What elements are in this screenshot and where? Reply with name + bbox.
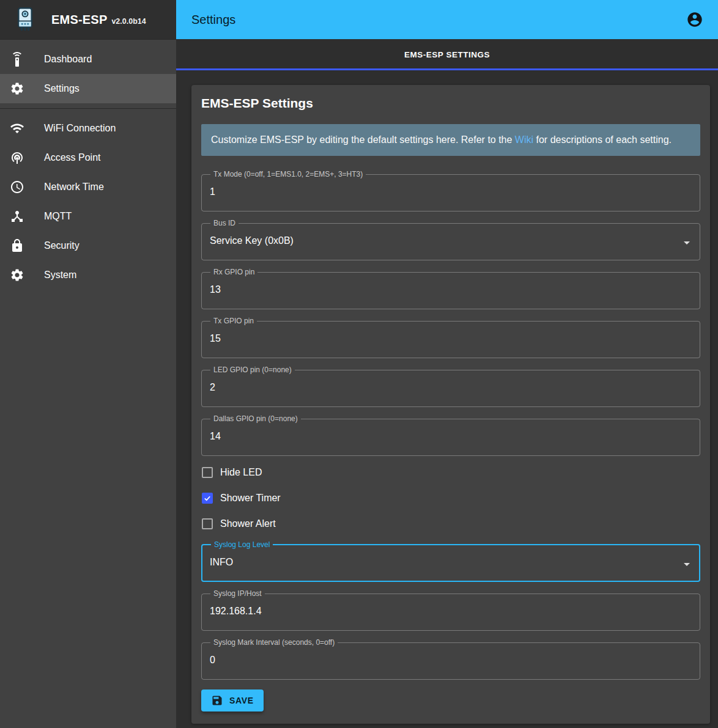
page-title: Settings (191, 13, 235, 27)
checkbox-group: Hide LED Shower Timer Shower Alert (201, 460, 700, 537)
tab-label: EMS-ESP SETTINGS (404, 50, 490, 59)
page-body: EMS-ESP Settings Customize EMS-ESP by ed… (176, 70, 718, 728)
chevron-down-icon[interactable] (679, 235, 694, 250)
wifi-icon (10, 121, 24, 136)
tab-indicator (176, 68, 718, 70)
tx-mode-input[interactable]: 1 (210, 186, 679, 197)
field-syslog-ip: Syslog IP/Host 192.168.1.4 (201, 595, 700, 631)
field-label: Rx GPIO pin (213, 268, 254, 276)
sidebar-header: EMS-ESP v2.0.0b14 (0, 0, 176, 39)
sidebar-item-mqtt[interactable]: MQTT (0, 202, 176, 231)
field-syslog-log-level: Syslog Log Level INFO (201, 546, 700, 582)
settings-remote-icon (10, 52, 24, 67)
field-tx-gpio: Tx GPIO pin 15 (201, 322, 700, 358)
led-gpio-input[interactable]: 2 (210, 382, 679, 393)
checkbox-checked-icon[interactable] (202, 493, 213, 504)
device-hub-icon (10, 209, 24, 224)
banner-text: for descriptions of each setting. (533, 134, 672, 145)
checkbox-unchecked-icon[interactable] (202, 467, 213, 478)
checkbox-label: Shower Timer (220, 493, 281, 504)
field-label: Syslog Mark Interval (seconds, 0=off) (213, 638, 335, 647)
sidebar-item-network-time[interactable]: Network Time (0, 172, 176, 202)
info-banner: Customize EMS-ESP by editing the default… (201, 124, 700, 156)
field-label: Syslog Log Level (214, 540, 270, 549)
sidebar-item-system[interactable]: System (0, 260, 176, 290)
field-led-gpio: LED GPIO pin (0=none) 2 (201, 371, 700, 407)
shower-alert-checkbox-row[interactable]: Shower Alert (201, 511, 700, 537)
lock-icon (10, 238, 24, 253)
sidebar-item-label: Network Time (44, 182, 104, 193)
account-circle-icon (686, 11, 703, 28)
sidebar-nav-main: Dashboard Settings (0, 40, 176, 108)
appbar: Settings (176, 0, 718, 39)
gear-icon (10, 268, 24, 282)
shower-timer-checkbox-row[interactable]: Shower Timer (201, 485, 700, 511)
brand: EMS-ESP v2.0.0b14 (51, 13, 146, 27)
field-dallas-gpio: Dallas GPIO pin (0=none) 14 (201, 420, 700, 456)
gear-icon (10, 81, 24, 96)
sidebar-item-settings[interactable]: Settings (0, 74, 176, 103)
field-tx-mode: Tx Mode (0=off, 1=EMS1.0, 2=EMS+, 3=HT3)… (201, 175, 700, 211)
sidebar-item-label: Dashboard (44, 54, 92, 65)
field-label: LED GPIO pin (0=none) (213, 366, 292, 374)
chevron-down-icon[interactable] (679, 557, 694, 572)
sidebar-item-label: Security (44, 240, 80, 251)
field-label: Syslog IP/Host (213, 589, 262, 598)
field-label: Dallas GPIO pin (0=none) (213, 414, 298, 423)
checkbox-unchecked-icon[interactable] (202, 518, 213, 529)
field-rx-gpio: Rx GPIO pin 13 (201, 273, 700, 309)
tabbar: EMS-ESP SETTINGS (176, 39, 718, 70)
field-label: Tx GPIO pin (213, 317, 254, 325)
settings-card: EMS-ESP Settings Customize EMS-ESP by ed… (191, 85, 710, 724)
syslog-ip-input[interactable]: 192.168.1.4 (210, 606, 679, 617)
save-button[interactable]: SAVE (201, 689, 264, 711)
sidebar-item-label: System (44, 270, 76, 281)
syslog-log-level-select[interactable]: INFO (210, 557, 679, 568)
main-content: Settings EMS-ESP SETTINGS EMS-ESP Settin… (176, 0, 718, 728)
field-bus-id: Bus ID Service Key (0x0B) (201, 224, 700, 260)
tx-gpio-input[interactable]: 15 (210, 333, 679, 344)
tab-ems-esp-settings[interactable]: EMS-ESP SETTINGS (176, 40, 718, 70)
save-button-label: SAVE (229, 696, 254, 705)
wiki-link[interactable]: Wiki (515, 134, 533, 145)
boiler-logo-icon (13, 7, 37, 32)
field-label: Tx Mode (0=off, 1=EMS1.0, 2=EMS+, 3=HT3) (213, 170, 363, 178)
rx-gpio-input[interactable]: 13 (210, 284, 679, 295)
field-syslog-mark-interval: Syslog Mark Interval (seconds, 0=off) 0 (201, 644, 700, 680)
wifi-tethering-icon (10, 150, 24, 165)
sidebar-item-label: WiFi Connection (44, 123, 116, 134)
sidebar-item-security[interactable]: Security (0, 231, 176, 260)
app-root: EMS-ESP v2.0.0b14 Dashboard (0, 0, 718, 728)
app-name: EMS-ESP (51, 13, 107, 27)
sidebar-item-wifi-connection[interactable]: WiFi Connection (0, 114, 176, 143)
card-title: EMS-ESP Settings (201, 95, 700, 112)
banner-text: Customize EMS-ESP by editing the default… (211, 134, 515, 145)
clock-icon (10, 180, 24, 194)
checkbox-label: Shower Alert (220, 518, 276, 529)
sidebar-item-dashboard[interactable]: Dashboard (0, 45, 176, 74)
account-button[interactable] (686, 11, 703, 28)
sidebar-item-label: Access Point (44, 152, 100, 163)
sidebar-item-label: MQTT (44, 211, 72, 222)
save-icon (211, 694, 223, 707)
syslog-mark-interval-input[interactable]: 0 (210, 655, 679, 666)
dallas-gpio-input[interactable]: 14 (210, 431, 679, 442)
hide-led-checkbox-row[interactable]: Hide LED (201, 460, 700, 485)
sidebar-item-label: Settings (44, 83, 80, 94)
sidebar: EMS-ESP v2.0.0b14 Dashboard (0, 0, 176, 728)
bus-id-select[interactable]: Service Key (0x0B) (210, 235, 679, 246)
field-label: Bus ID (213, 219, 235, 227)
checkbox-label: Hide LED (220, 467, 262, 478)
sidebar-item-access-point[interactable]: Access Point (0, 143, 176, 172)
app-version: v2.0.0b14 (111, 17, 146, 26)
sidebar-nav-network: WiFi Connection Access Point Network Tim… (0, 109, 176, 295)
